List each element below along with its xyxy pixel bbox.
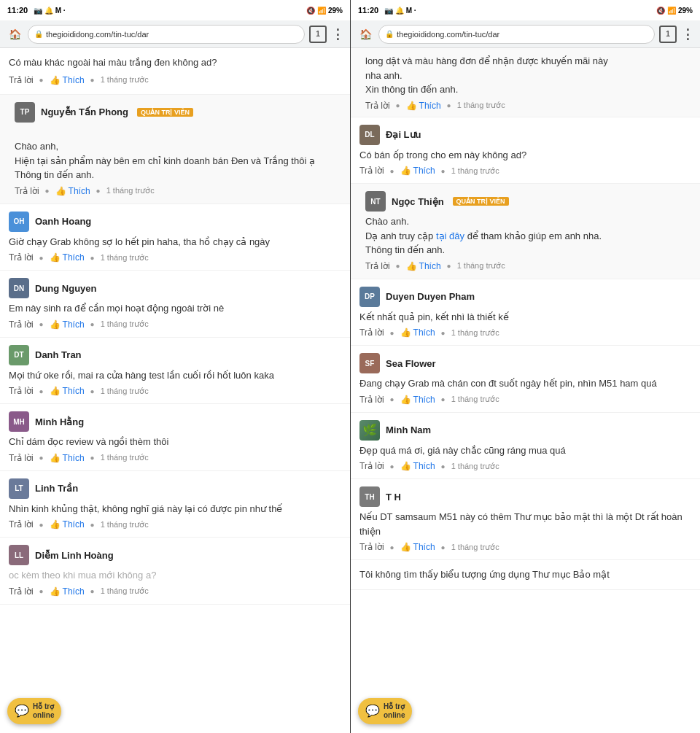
tab-button-left[interactable]: 1	[309, 26, 327, 43]
comment-oh: OH Oanh Hoang Giờ chạy Grab không sợ lo …	[0, 204, 350, 271]
avatar-dl: DL	[359, 125, 380, 145]
comment-dp: DP Duyen Duyen Pham Kết nhất quả pin, kế…	[351, 279, 700, 346]
avatar-mn: 🌿	[359, 420, 380, 441]
content-area-right: long dật và màu hàng đơn để nhận được kh…	[351, 48, 700, 733]
comment-mh: MH Minh Hằng Chỉ dám đọc review và ngồi …	[0, 404, 350, 471]
status-time-right: 11:20 📷 🔔 M ·	[358, 6, 416, 15]
content-area-left: Có màu khác ngoài hai màu trắng đen khôn…	[0, 48, 350, 733]
top-question-left: Có màu khác ngoài hai màu trắng đen khôn…	[0, 48, 350, 95]
status-time-left: 11:20 📷 🔔 M ·	[7, 6, 66, 15]
reply-btn[interactable]: Trả lời	[9, 74, 34, 87]
top-continuation: long dật và màu hàng đơn để nhận được kh…	[351, 48, 700, 117]
thumb-icon: 👍	[55, 186, 66, 196]
comment-nt: NT Ngọc Thiện QUẢN TRỊ VIÊN Chào anh. Dạ…	[351, 184, 700, 279]
comment-dn: DN Dung Nguyen Em này sinh ra để cần mọi…	[0, 271, 350, 338]
avatar-lt: LT	[9, 478, 29, 499]
browser-bar-right: 🏠 🔒 thegioididong.com/tin-tuc/dar 1 ⋮	[351, 20, 700, 48]
like-admin[interactable]: 👍 Thích	[55, 186, 90, 196]
time-left: 11:20	[7, 6, 28, 15]
comment-th: TH T H Nếu DT samsaum M51 này có thêm Th…	[351, 479, 700, 560]
status-bar-left: 11:20 📷 🔔 M · 🔇 📶 29%	[0, 0, 350, 20]
avatar-sf: SF	[359, 353, 380, 373]
status-icons-right: 🔇 📶 29%	[656, 7, 693, 15]
avatar-oh: OH	[9, 212, 29, 232]
url-text-left: thegioididong.com/tin-tuc/dar	[46, 30, 149, 39]
right-panel: 11:20 📷 🔔 M · 🔇 📶 29% 🏠 🔒 thegioididong.…	[350, 0, 700, 733]
home-button-right[interactable]: 🏠	[357, 26, 374, 43]
battery-left: 29%	[328, 7, 343, 15]
home-button-left[interactable]: 🏠	[6, 26, 23, 43]
menu-button-left[interactable]: ⋮	[331, 26, 344, 42]
time-right: 11:20	[358, 6, 378, 15]
status-icons-left: 🔇 📶 29%	[306, 7, 343, 15]
status-bar-right: 11:20 📷 🔔 M · 🔇 📶 29%	[351, 0, 700, 20]
comment-sf: SF Sea Flower Đang chạy Grab mà chán con…	[351, 346, 700, 413]
avatar-tp: TP	[15, 102, 35, 123]
bottom-partial-comment: Tôi không tìm thấy biểu tượng ứng dụng T…	[351, 560, 700, 590]
comment-mn: 🌿 Minh Nam Đẹp quá má ơi, giá này chắc c…	[351, 413, 700, 480]
comment-dl: DL Đại Lưu Có bán ốp trong cho em này kh…	[351, 117, 700, 185]
admin-reply-left: TP Nguyễn Tấn Phong QUẢN TRỊ VIÊN Chào a…	[0, 95, 350, 204]
lock-icon-left: 🔒	[34, 30, 43, 38]
reply-admin[interactable]: Trả lời	[15, 186, 39, 196]
avatar-mh: MH	[9, 411, 29, 432]
comment-ll: LL Diễm Linh Hoàng oc kèm theo khi mua m…	[0, 538, 350, 605]
menu-button-right[interactable]: ⋮	[681, 26, 694, 42]
tai-day-link[interactable]: tại đây	[436, 230, 464, 241]
comment-lt: LT Linh Trần Nhìn kinh khủng thật, không…	[0, 471, 350, 538]
avatar-ll: LL	[9, 545, 29, 565]
wifi-icon-r: 📶	[667, 7, 676, 15]
url-bar-right[interactable]: 🔒 thegioididong.com/tin-tuc/dar	[378, 25, 655, 44]
thumb-up-icon: 👍	[50, 74, 61, 87]
tab-button-right[interactable]: 1	[659, 26, 677, 43]
mute-icon: 🔇	[306, 7, 315, 15]
url-bar-left[interactable]: 🔒 thegioididong.com/tin-tuc/dar	[28, 25, 305, 44]
battery-right: 29%	[678, 7, 693, 15]
admin-header-left: TP Nguyễn Tấn Phong QUẢN TRỊ VIÊN	[15, 102, 341, 123]
avatar-nt: NT	[365, 191, 386, 212]
avatar-dn: DN	[9, 278, 29, 298]
notification-icons-left: 📷 🔔 M ·	[34, 7, 65, 15]
support-button-left[interactable]: 💬 Hỗ trợ online	[7, 698, 61, 724]
comment-dt: DT Danh Tran Mọi thứ oke rồi, mai ra cửa…	[0, 338, 350, 405]
avatar-th: TH	[359, 486, 380, 507]
lock-icon-right: 🔒	[385, 30, 394, 38]
support-icon-left: 💬	[15, 704, 29, 718]
avatar-dp: DP	[359, 287, 380, 307]
browser-bar-left: 🏠 🔒 thegioididong.com/tin-tuc/dar 1 ⋮	[0, 20, 350, 48]
support-icon-right: 💬	[365, 704, 380, 718]
admin-text-left: Chào anh, Hiện tại sản phẩm này bên em c…	[15, 125, 341, 182]
left-panel: 11:20 📷 🔔 M · 🔇 📶 29% 🏠 🔒 thegioididong.…	[0, 0, 350, 733]
avatar-dt: DT	[9, 345, 29, 365]
url-text-right: thegioididong.com/tin-tuc/dar	[397, 30, 499, 39]
mute-icon-r: 🔇	[656, 7, 665, 15]
support-button-right[interactable]: 💬 Hỗ trợ online	[358, 698, 412, 724]
wifi-icon: 📶	[317, 7, 326, 15]
like-btn[interactable]: 👍 Thích	[50, 74, 85, 87]
